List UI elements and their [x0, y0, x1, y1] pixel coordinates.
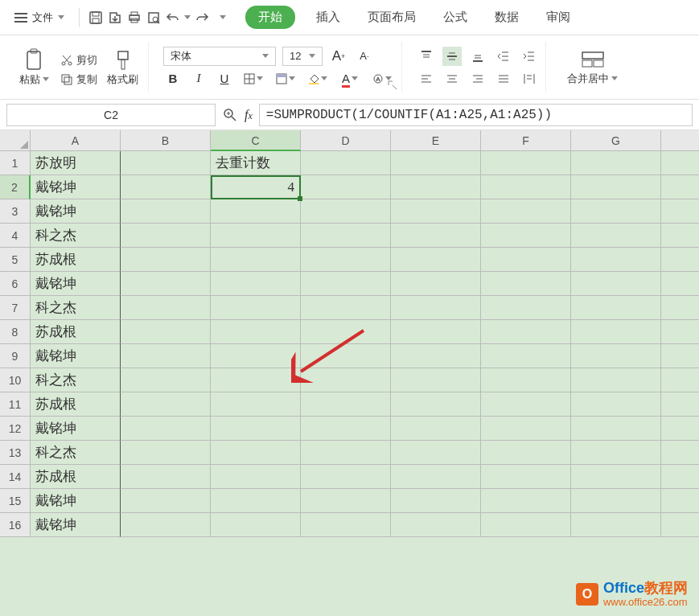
distribute-button[interactable]	[520, 69, 539, 88]
cell-style-button[interactable]	[273, 69, 298, 88]
cell[interactable]: 去重计数	[211, 151, 301, 175]
cell[interactable]	[211, 489, 301, 513]
cell[interactable]	[661, 199, 699, 224]
cell[interactable]	[391, 344, 481, 368]
row-header[interactable]: 12	[0, 417, 31, 441]
cell[interactable]: 科之杰	[31, 368, 121, 392]
cell[interactable]	[121, 513, 211, 537]
cell[interactable]	[301, 465, 391, 489]
cell[interactable]	[391, 248, 481, 272]
row-header[interactable]: 16	[0, 513, 31, 537]
align-left-button[interactable]	[417, 69, 436, 88]
cell[interactable]	[391, 272, 481, 296]
row-header[interactable]: 6	[0, 272, 31, 296]
cell[interactable]	[661, 465, 699, 489]
cell[interactable]	[121, 151, 211, 175]
cell[interactable]	[301, 489, 391, 513]
undo-dropdown-icon[interactable]	[184, 15, 191, 19]
cell[interactable]	[391, 441, 481, 465]
column-header[interactable]: E	[391, 130, 481, 151]
row-header[interactable]: 11	[0, 392, 31, 417]
cell[interactable]	[301, 368, 391, 392]
cell[interactable]	[211, 368, 301, 392]
row-header[interactable]: 14	[0, 465, 31, 489]
name-box[interactable]: C2	[6, 104, 216, 126]
cell[interactable]	[301, 344, 391, 368]
row-header[interactable]: 7	[0, 296, 31, 320]
cell[interactable]: 戴铭坤	[31, 344, 121, 368]
cell[interactable]	[391, 224, 481, 248]
cell[interactable]	[661, 272, 699, 296]
cell[interactable]	[391, 392, 481, 417]
cell[interactable]	[481, 320, 571, 344]
expand-corner-icon[interactable]	[387, 80, 398, 91]
column-header[interactable]: H	[661, 130, 699, 151]
cell[interactable]	[661, 175, 699, 199]
cell[interactable]: 苏成根	[31, 248, 121, 272]
cell[interactable]	[571, 272, 661, 296]
row-header[interactable]: 10	[0, 368, 31, 392]
cell[interactable]	[211, 441, 301, 465]
paste-button[interactable]: 粘贴	[14, 47, 54, 88]
cell[interactable]	[121, 368, 211, 392]
cell[interactable]	[481, 368, 571, 392]
align-middle-button[interactable]	[442, 47, 462, 66]
zoom-formula-icon[interactable]	[222, 107, 238, 123]
row-header[interactable]: 4	[0, 224, 31, 248]
cell[interactable]	[211, 417, 301, 441]
cell[interactable]	[391, 513, 481, 537]
font-size-select[interactable]: 12	[282, 47, 323, 66]
cell[interactable]	[661, 392, 699, 417]
increase-indent-button[interactable]	[520, 47, 539, 66]
cell[interactable]	[481, 224, 571, 248]
cell[interactable]	[121, 489, 211, 513]
cell[interactable]	[211, 513, 301, 537]
cell[interactable]	[211, 320, 301, 344]
cell[interactable]	[481, 175, 571, 199]
cell[interactable]	[571, 151, 661, 175]
tab-data[interactable]: 数据	[488, 6, 525, 28]
cell[interactable]	[121, 417, 211, 441]
cell[interactable]	[571, 417, 661, 441]
cell[interactable]	[661, 151, 699, 175]
cell[interactable]	[391, 296, 481, 320]
cell[interactable]	[391, 489, 481, 513]
cell[interactable]	[661, 489, 699, 513]
app-menu[interactable]: 文件	[8, 7, 71, 28]
justify-button[interactable]	[494, 69, 513, 88]
cell[interactable]	[121, 296, 211, 320]
decrease-font-button[interactable]: A-	[355, 47, 374, 66]
cell[interactable]	[571, 199, 661, 224]
cell[interactable]	[481, 199, 571, 224]
cell[interactable]	[211, 224, 301, 248]
cell[interactable]	[571, 224, 661, 248]
cell[interactable]	[211, 199, 301, 224]
row-header[interactable]: 9	[0, 344, 31, 368]
cell[interactable]	[301, 296, 391, 320]
align-right-button[interactable]	[468, 69, 487, 88]
tab-page-layout[interactable]: 页面布局	[361, 6, 422, 28]
cell[interactable]	[121, 344, 211, 368]
cell[interactable]	[481, 441, 571, 465]
cell[interactable]	[391, 465, 481, 489]
cell[interactable]	[571, 392, 661, 417]
select-all-corner[interactable]	[0, 130, 31, 151]
cell[interactable]	[301, 513, 391, 537]
cell[interactable]	[661, 368, 699, 392]
fx-icon[interactable]: fx	[245, 108, 253, 122]
cell[interactable]	[661, 417, 699, 441]
font-name-select[interactable]: 宋体	[163, 47, 276, 66]
cell[interactable]	[301, 320, 391, 344]
tab-insert[interactable]: 插入	[310, 6, 347, 28]
cell[interactable]	[391, 368, 481, 392]
align-top-button[interactable]	[417, 47, 436, 66]
row-header[interactable]: 2	[0, 175, 31, 199]
cell[interactable]: 科之杰	[31, 224, 121, 248]
cell[interactable]: 戴铭坤	[31, 489, 121, 513]
cell[interactable]	[121, 320, 211, 344]
print-preview-icon[interactable]	[146, 10, 162, 26]
cell[interactable]	[571, 368, 661, 392]
cell[interactable]	[121, 392, 211, 417]
column-header[interactable]: D	[301, 130, 391, 151]
cell[interactable]: 科之杰	[31, 296, 121, 320]
